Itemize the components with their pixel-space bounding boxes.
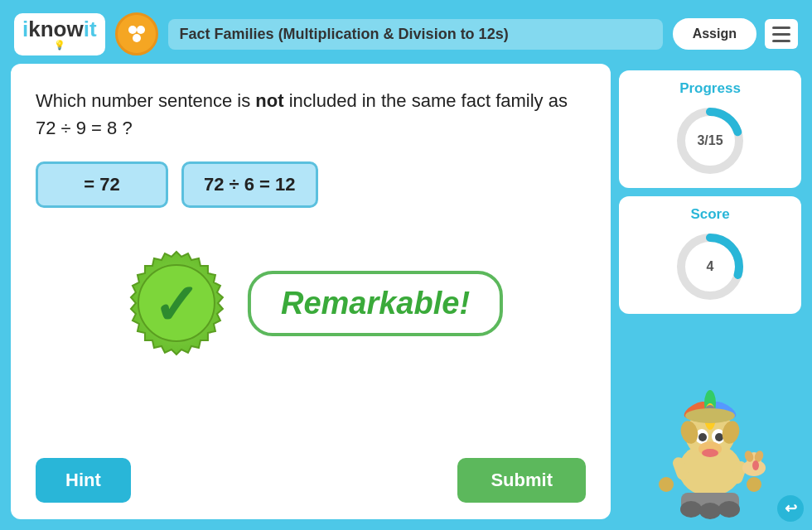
score-value: 4	[707, 259, 714, 274]
answer-option-a[interactable]: = 72	[36, 161, 168, 208]
svg-point-0	[128, 26, 137, 34]
svg-point-31	[680, 501, 702, 518]
svg-point-23	[702, 449, 718, 457]
mascot-svg	[640, 370, 781, 519]
question-panel: Which number sentence is not included in…	[11, 64, 611, 519]
svg-point-17	[685, 408, 735, 423]
svg-point-21	[715, 433, 723, 441]
progress-section: Progress 3/15	[619, 70, 801, 188]
progress-value: 3/15	[697, 133, 723, 148]
svg-point-1	[137, 26, 145, 34]
answer-option-b-label: 72 ÷ 6 = 12	[204, 174, 296, 195]
menu-line-2	[772, 33, 790, 36]
checkmark-badge: ✓	[118, 245, 234, 361]
answer-options: = 72 72 ÷ 6 = 12	[36, 161, 586, 208]
app-frame: iknowit 💡 Fact Families (Multiplication …	[0, 0, 812, 530]
question-part1: Which number sentence is	[36, 90, 255, 111]
remarkable-text-box: Remarkable!	[248, 271, 503, 336]
svg-point-38	[752, 460, 759, 470]
header-actions: Assign	[673, 18, 798, 50]
back-arrow-button[interactable]: ↩	[777, 495, 804, 522]
menu-button[interactable]	[765, 19, 798, 49]
score-label: Score	[690, 206, 729, 223]
assign-button[interactable]: Assign	[673, 18, 756, 50]
logo: iknowit 💡	[14, 13, 105, 55]
remarkable-text: Remarkable!	[281, 286, 470, 321]
checkmark-icon: ✓	[152, 277, 200, 333]
bottom-actions: Hint Submit	[36, 450, 586, 503]
submit-button[interactable]: Submit	[457, 458, 586, 503]
svg-point-28	[659, 477, 674, 492]
svg-point-32	[699, 503, 721, 519]
logo-it: it	[84, 18, 97, 40]
svg-point-29	[747, 477, 761, 492]
activity-icon	[115, 12, 158, 55]
logo-i: i	[22, 18, 28, 40]
dots-icon	[124, 22, 149, 46]
hint-button[interactable]: Hint	[36, 458, 131, 503]
answer-option-a-label: = 72	[84, 174, 119, 195]
mascot-area	[619, 322, 801, 519]
answer-option-b[interactable]: 72 ÷ 6 = 12	[181, 161, 318, 208]
svg-point-20	[698, 433, 707, 441]
question-text: Which number sentence is not included in…	[36, 87, 586, 142]
svg-point-33	[718, 501, 740, 518]
activity-title: Fact Families (Multiplication & Division…	[168, 19, 663, 50]
progress-donut: 3/15	[673, 104, 747, 178]
question-bold: not	[255, 90, 283, 111]
main-content: Which number sentence is not included in…	[4, 64, 808, 526]
svg-point-2	[133, 34, 141, 42]
score-section: Score 4	[619, 196, 801, 314]
remarkable-overlay: ✓ Remarkable!	[118, 245, 503, 361]
logo-know: know	[28, 18, 83, 40]
menu-line-3	[772, 40, 790, 42]
header: iknowit 💡 Fact Families (Multiplication …	[4, 4, 808, 64]
logo-bulb-icon: 💡	[54, 40, 65, 51]
score-donut: 4	[673, 229, 747, 304]
right-panel: Progress 3/15 Score	[619, 64, 801, 519]
progress-label: Progress	[679, 80, 741, 97]
menu-line-1	[772, 26, 790, 29]
